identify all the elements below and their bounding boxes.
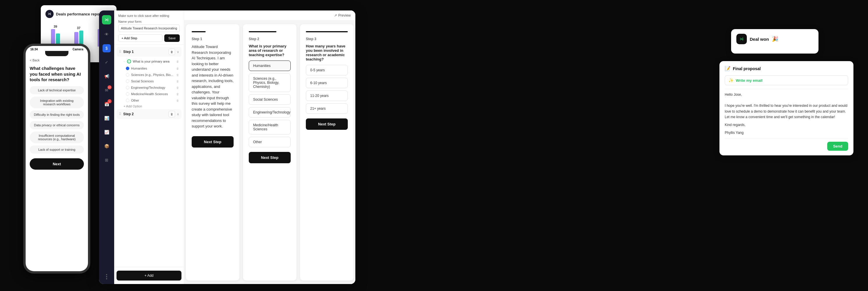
- form-name-input[interactable]: [118, 25, 180, 32]
- nav-icon-cube[interactable]: 📦: [102, 142, 111, 150]
- step-2-next-button[interactable]: Next Step: [249, 152, 291, 163]
- step-1-header[interactable]: ⠿ Step 1 🗑 ∨: [117, 47, 182, 57]
- nav-logo: >i: [102, 15, 111, 25]
- phone-option-5[interactable]: Lack of support or training: [30, 146, 84, 154]
- answer-humanities[interactable]: Humanities 🗑: [124, 65, 182, 71]
- survey-option-11-20[interactable]: 11-20 years: [306, 91, 348, 101]
- step-num-2: Step 2: [249, 37, 291, 41]
- q-1-drag: −: [124, 60, 125, 63]
- nav-icon-grid[interactable]: ⊞: [102, 156, 111, 164]
- phone-back[interactable]: < Back: [26, 56, 88, 64]
- phone-mockup: 16:34 Camera < Back What challenges have…: [23, 44, 90, 273]
- phone-option-4[interactable]: Insufficient computational resources (e.…: [30, 132, 84, 143]
- add-step-button[interactable]: + Add Step: [118, 34, 162, 42]
- email-greeting: Hello Jose,: [725, 92, 848, 97]
- answer-del-sciences[interactable]: 🗑: [176, 73, 179, 76]
- step-question-2: What is your primary area of research or…: [249, 44, 291, 57]
- preview-icon: ↗: [334, 13, 337, 18]
- nav-icon-trending[interactable]: 📈: [102, 128, 111, 136]
- survey-option-6-10[interactable]: 6-10 years: [306, 78, 348, 88]
- send-button[interactable]: Send: [827, 142, 848, 151]
- phone-next-button[interactable]: Next: [30, 158, 84, 170]
- preview-button[interactable]: ↗ Preview: [334, 13, 351, 18]
- answer-label-medicine: Medicine/Health Sciences: [131, 92, 175, 96]
- radio-engineering[interactable]: [126, 86, 129, 89]
- answer-other[interactable]: Other 🗑: [124, 97, 182, 103]
- phone-option-0[interactable]: Lack of technical expertise: [30, 86, 84, 94]
- survey-option-other[interactable]: Other: [249, 137, 291, 147]
- form-panel: Make sure to click save after editing Na…: [114, 10, 184, 284]
- radio-sciences[interactable]: [126, 73, 129, 76]
- deal-won-emoji: 🎉: [772, 36, 778, 42]
- save-button[interactable]: Save: [164, 34, 180, 42]
- nav-more[interactable]: [106, 274, 107, 279]
- final-proposal-card: 📝 Final proposal ✨ Write my email Hello …: [719, 61, 854, 155]
- chart-value-jul: 39: [54, 25, 57, 28]
- answer-del-engineering[interactable]: 🗑: [176, 86, 179, 89]
- phone-time: 16:34: [30, 48, 38, 51]
- proposal-icon: 📝: [725, 66, 731, 71]
- phone-option-3[interactable]: Data privacy or ethical concerns: [30, 121, 84, 129]
- q-1-delete[interactable]: 🗑: [176, 60, 179, 63]
- survey-option-medicine[interactable]: Medicine/Health Sciences: [249, 120, 291, 134]
- phone-option-1[interactable]: Integration with existing research workf…: [30, 97, 84, 108]
- add-btn-row: + Add: [114, 267, 184, 284]
- form-builder: >i 👁 $ ✓ 📢 ✉ 27 📅 1 📊 📈 📦 ⊞ Make sure to…: [99, 10, 355, 284]
- step-1-next-button[interactable]: Next Step: [192, 136, 234, 148]
- nav-icon-chart[interactable]: 📊: [102, 114, 111, 122]
- q-1-text: What is your primary area: [133, 60, 175, 63]
- answer-engineering[interactable]: Engineering/Technology 🗑: [124, 85, 182, 91]
- name-label: Name your form:: [118, 20, 180, 23]
- survey-option-social[interactable]: Social Sciences: [249, 94, 291, 105]
- step-1-label: Step 1: [123, 50, 167, 54]
- phone-question: What challenges have you faced when usin…: [26, 64, 88, 86]
- survey-option-humanities[interactable]: Humanities: [249, 61, 291, 71]
- step-2-chevron: ∧: [177, 112, 179, 116]
- answer-label-engineering: Engineering/Technology: [131, 86, 175, 89]
- preview-label: Preview: [338, 13, 351, 18]
- steps-list: ⠿ Step 1 🗑 ∨ − ✓ What is your primary ar…: [114, 44, 184, 267]
- answer-label-other: Other: [131, 99, 175, 102]
- step-1-item: ⠿ Step 1 🗑 ∨ − ✓ What is your primary ar…: [117, 47, 182, 108]
- step-3-next-button[interactable]: Next Step: [306, 119, 348, 130]
- form-panel-header: Make sure to click save after editing Na…: [114, 10, 184, 44]
- survey-step-1: Step 1 Attitude Toward Research Incorpor…: [186, 24, 240, 281]
- phone-option-2[interactable]: Difficulty in finding the right tools: [30, 110, 84, 119]
- answer-del-humanities[interactable]: 🗑: [176, 67, 179, 70]
- radio-other[interactable]: [126, 99, 129, 102]
- step-1-delete-button[interactable]: 🗑: [169, 48, 175, 55]
- nav-icon-eye[interactable]: 👁: [102, 30, 111, 38]
- step-2-header[interactable]: ⠿ Step 2 🗑 ∧: [117, 109, 182, 119]
- answer-del-social[interactable]: 🗑: [176, 80, 179, 83]
- survey-option-21+[interactable]: 21+ years: [306, 103, 348, 114]
- email-content: I hope you're well. I'm thrilled to hear…: [725, 103, 848, 120]
- write-email-button[interactable]: ✨ Write my email: [725, 75, 848, 85]
- answer-medicine[interactable]: Medicine/Health Sciences 🗑: [124, 91, 182, 97]
- survey-option-0-5[interactable]: 0-5 years: [306, 65, 348, 75]
- email-body: Hello Jose, I hope you're well. I'm thri…: [725, 89, 848, 139]
- add-option-button[interactable]: + Add Option: [124, 104, 182, 108]
- nav-icon-dollar[interactable]: $: [102, 44, 111, 53]
- phone-camera: Camera: [72, 48, 83, 51]
- nav-icon-calendar[interactable]: 📅 1: [102, 100, 111, 108]
- progress-bar-1: [192, 31, 206, 32]
- answer-del-other[interactable]: 🗑: [176, 99, 179, 102]
- sidebar-nav: >i 👁 $ ✓ 📢 ✉ 27 📅 1 📊 📈 📦 ⊞: [99, 10, 114, 284]
- add-block-button[interactable]: + Add: [117, 271, 182, 281]
- survey-option-engineering[interactable]: Engineering/Technology: [249, 107, 291, 118]
- email-closing: Kind regards,: [725, 122, 848, 128]
- step-1-chevron: ∨: [177, 50, 179, 54]
- step-2-delete-button[interactable]: 🗑: [169, 111, 175, 117]
- radio-humanities[interactable]: [126, 67, 129, 70]
- mail-badge: 27: [107, 85, 112, 89]
- radio-social[interactable]: [126, 79, 129, 83]
- radio-medicine[interactable]: [126, 92, 129, 96]
- answer-social[interactable]: Social Sciences 🗑: [124, 78, 182, 84]
- nav-icon-mail[interactable]: ✉ 27: [102, 86, 111, 94]
- save-notice: Make sure to click save after editing: [118, 14, 180, 18]
- nav-icon-megaphone[interactable]: 📢: [102, 72, 111, 80]
- answer-del-medicine[interactable]: 🗑: [176, 93, 179, 96]
- survey-option-sciences[interactable]: Sciences (e.g., Physics, Biology, Chemis…: [249, 73, 291, 92]
- nav-icon-check[interactable]: ✓: [102, 58, 111, 66]
- answer-sciences[interactable]: Sciences (e.g., Physics, Bio... 🗑: [124, 72, 182, 78]
